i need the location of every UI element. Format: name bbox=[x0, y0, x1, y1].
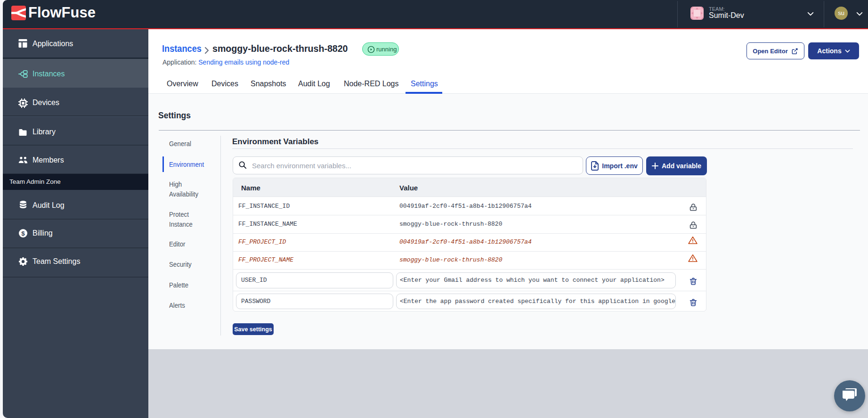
svg-text:$: $ bbox=[21, 230, 25, 237]
